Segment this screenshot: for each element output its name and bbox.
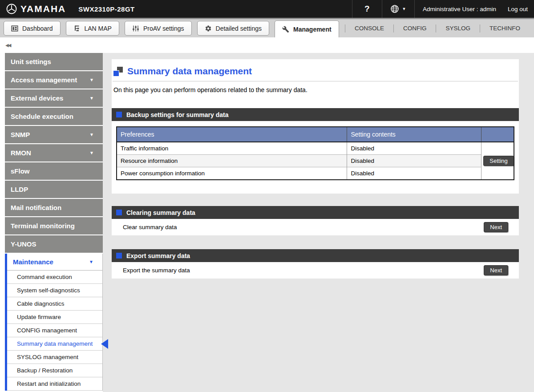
section-header-clearing: Clearing summary data — [112, 206, 519, 219]
section-title: Backup settings for summary data — [126, 111, 229, 118]
sidebar-item-maintenance[interactable]: Maintenance ▼ — [7, 254, 102, 271]
sidebar-subitem-cable-diagnostics[interactable]: Cable diagnostics — [7, 297, 102, 311]
sidebar-item-terminal-monitoring[interactable]: Terminal monitoring — [5, 217, 103, 235]
chevron-down-icon: ▼ — [89, 259, 93, 264]
tab-label: Detailed settings — [216, 25, 262, 32]
section-header-backup-settings: Backup settings for summary data — [112, 108, 519, 121]
logged-in-user-label: Administrative User : admin — [423, 6, 496, 12]
top-bar: YAMAHA SWX2310P-28GT ? ▼ Administrative … — [0, 0, 534, 18]
language-selector[interactable]: ▼ — [382, 0, 414, 18]
sidebar-group-maintenance: Maintenance ▼ Command execution System s… — [5, 254, 103, 391]
chevron-down-icon: ▼ — [89, 77, 94, 82]
tab-dashboard[interactable]: Dashboard — [4, 21, 61, 36]
sidebar-item-label: RMON — [11, 149, 31, 157]
preference-cell: Power consumption information — [117, 167, 347, 180]
section-header-export: Export summary data — [112, 249, 519, 262]
column-header-setting-contents: Setting contents — [347, 127, 481, 142]
brand-area: YAMAHA SWX2310P-28GT — [0, 3, 135, 15]
page-description: On this page you can perform operations … — [113, 86, 517, 93]
dashboard-icon — [11, 25, 18, 32]
sidebar-item-lldp[interactable]: LLDP — [5, 181, 103, 199]
quick-links: CONSOLE CONFIG SYSLOG TECHINFO — [345, 19, 534, 37]
preference-cell: Traffic information — [117, 142, 347, 155]
table-row: Traffic information Disabled Setting — [117, 142, 514, 155]
setting-button-cell: Setting — [481, 142, 514, 180]
chevron-down-icon: ▼ — [89, 96, 94, 101]
help-button[interactable]: ? — [352, 0, 382, 18]
tab-detailed-settings[interactable]: Detailed settings — [197, 21, 270, 36]
sidebar-subitem-system-self-diagnostics[interactable]: System self-diagnostics — [7, 284, 102, 297]
collapse-sidebar-icon[interactable]: ◀◀ — [5, 43, 10, 48]
help-icon: ? — [364, 4, 370, 14]
logout-button[interactable]: Log out — [508, 6, 528, 12]
sidebar-subitem-label: SYSLOG management — [17, 354, 78, 360]
tab-management[interactable]: Management — [275, 20, 339, 37]
sidebar-subitem-config-management[interactable]: CONFIG management — [7, 324, 102, 337]
divider — [113, 81, 518, 81]
sidebar-item-snmp[interactable]: SNMP ▼ — [5, 126, 103, 144]
yamaha-logo-icon — [6, 3, 17, 15]
sidebar-item-label: Unit settings — [11, 58, 51, 65]
sidebar-subitem-backup-restoration[interactable]: Backup / Restoration — [7, 364, 102, 377]
link-syslog[interactable]: SYSLOG — [436, 25, 480, 32]
collapse-strip: ◀◀ — [0, 37, 534, 53]
sidebar-item-external-devices[interactable]: External devices ▼ — [5, 89, 103, 108]
link-techinfo[interactable]: TECHINFO — [480, 25, 530, 32]
sidebar: Unit settings Access management ▼ Extern… — [5, 53, 103, 392]
sidebar-item-sflow[interactable]: sFlow — [5, 162, 103, 181]
sidebar-subitem-label: Update firmware — [17, 314, 61, 320]
sidebar-item-label: Access management — [11, 76, 77, 84]
sidebar-subitem-label: Restart and initialization — [17, 380, 81, 387]
link-console[interactable]: CONSOLE — [345, 25, 393, 32]
gear-icon — [205, 25, 212, 32]
sidebar-subitem-restart-and-initialization[interactable]: Restart and initialization — [7, 377, 102, 391]
sidebar-item-rmon[interactable]: RMON ▼ — [5, 144, 103, 162]
tab-label: ProAV settings — [143, 25, 184, 32]
action-label: Export the summary data — [123, 267, 190, 274]
setting-cell: Disabled — [347, 142, 481, 155]
summary-data-panel: Summary data management On this page you… — [112, 59, 519, 194]
sidebar-item-unit-settings[interactable]: Unit settings — [5, 53, 103, 71]
globe-icon — [390, 4, 399, 13]
chevron-down-icon: ▼ — [89, 150, 94, 155]
tab-label: LAN MAP — [85, 25, 112, 32]
sliders-icon — [132, 25, 139, 32]
main-content: Summary data management On this page you… — [103, 53, 534, 392]
section-bullet-icon — [116, 253, 122, 259]
sidebar-item-mail-notification[interactable]: Mail notification — [5, 199, 103, 217]
sidebar-subitem-label: Summary data management — [17, 340, 93, 347]
sidebar-subitem-command-execution[interactable]: Command execution — [7, 271, 102, 284]
export-summary-row: Export the summary data Next — [112, 262, 519, 279]
chevron-down-icon: ▼ — [89, 132, 94, 137]
sidebar-subitem-syslog-management[interactable]: SYSLOG management — [7, 351, 102, 364]
sidebar-item-schedule-execution[interactable]: Schedule execution — [5, 108, 103, 126]
table-row: Power consumption information Disabled — [117, 167, 514, 180]
sidebar-item-label: Terminal monitoring — [11, 222, 75, 230]
sidebar-subitem-label: Cable diagnostics — [17, 300, 65, 307]
table-row: Resource information Disabled — [117, 155, 514, 167]
section-bullet-icon — [116, 112, 122, 117]
sidebar-subitem-label: CONFIG management — [17, 327, 77, 334]
clear-next-button[interactable]: Next — [484, 222, 508, 232]
tab-lan-map[interactable]: LAN MAP — [66, 21, 119, 36]
clearing-summary-data-panel: Clearing summary data Clear summary data… — [112, 206, 519, 235]
sidebar-item-access-management[interactable]: Access management ▼ — [5, 71, 103, 89]
action-label: Clear summary data — [123, 224, 177, 230]
setting-button[interactable]: Setting — [483, 156, 514, 166]
link-config[interactable]: CONFIG — [394, 25, 436, 32]
tab-proav-settings[interactable]: ProAV settings — [125, 21, 192, 36]
export-next-button[interactable]: Next — [484, 265, 508, 275]
sidebar-subitem-update-firmware[interactable]: Update firmware — [7, 311, 102, 324]
device-model: SWX2310P-28GT — [78, 5, 135, 13]
lan-map-icon — [73, 25, 81, 32]
section-title: Clearing summary data — [126, 209, 195, 216]
wrench-icon — [282, 26, 289, 33]
preference-cell: Resource information — [117, 155, 347, 167]
sidebar-item-label: Schedule execution — [11, 113, 73, 120]
page-title: Summary data management — [127, 66, 252, 77]
sidebar-item-label: Y-UNOS — [11, 240, 36, 248]
sidebar-subitem-summary-data-management[interactable]: Summary data management — [7, 337, 102, 351]
sidebar-item-y-unos[interactable]: Y-UNOS — [5, 235, 103, 254]
page-title-icon — [113, 67, 123, 76]
setting-cell: Disabled — [347, 167, 481, 180]
